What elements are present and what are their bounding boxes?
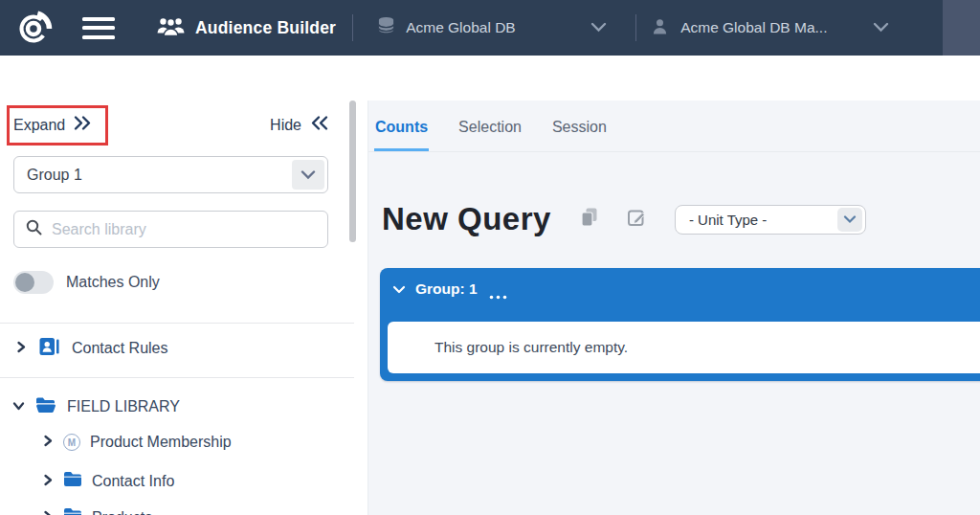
- select-chevron-button[interactable]: [292, 160, 324, 190]
- sidebar-item-field-library[interactable]: FIELD LIBRARY: [12, 396, 180, 417]
- parent-segment-selector[interactable]: Acme Global DB Ma...: [651, 17, 895, 39]
- database-selector-value: Acme Global DB: [406, 19, 516, 36]
- search-box: [13, 211, 328, 248]
- group-panel-header[interactable]: Group: 1: [380, 268, 980, 322]
- app-logo-icon[interactable]: [14, 9, 53, 47]
- database-selector[interactable]: Acme Global DB: [377, 15, 614, 40]
- tab-session[interactable]: Session: [551, 119, 608, 151]
- navbar-right-section: [943, 0, 980, 56]
- sidebar-panel-controls: Expand Hide: [0, 115, 348, 135]
- folder-icon: [63, 507, 82, 515]
- edit-icon: [627, 208, 647, 232]
- audience-people-icon: [157, 16, 185, 40]
- matches-only-row: Matches Only: [13, 271, 160, 294]
- sidebar-item-contact-info[interactable]: Contact Info: [42, 471, 174, 491]
- library-sidebar: Expand Hide Group 1 Matches Only: [0, 56, 368, 515]
- hide-button[interactable]: Hide: [270, 115, 329, 135]
- hide-label: Hide: [270, 117, 301, 134]
- menu-hamburger-icon[interactable]: [82, 17, 115, 39]
- expand-button[interactable]: Expand: [13, 115, 93, 135]
- group-select-value: Group 1: [27, 167, 292, 184]
- chevron-right-icon: [42, 434, 54, 451]
- double-chevron-right-icon: [73, 115, 93, 135]
- matches-only-label: Matches Only: [66, 274, 160, 291]
- sidebar-divider: [0, 323, 354, 324]
- search-icon: [26, 219, 42, 239]
- contact-card-icon: [39, 337, 59, 360]
- sidebar-item-contact-rules[interactable]: Contact Rules: [15, 337, 168, 360]
- sidebar-item-product-membership[interactable]: Product Membership: [42, 434, 232, 451]
- group-label: Group: 1: [415, 281, 478, 297]
- copy-query-button[interactable]: [579, 207, 599, 232]
- chevron-right-icon: [42, 509, 54, 515]
- navbar-divider: [352, 14, 353, 41]
- user-icon: [651, 17, 669, 39]
- group-panel: Group: 1 This group is currently empty.: [380, 268, 980, 381]
- app-section: Audience Builder: [157, 16, 336, 40]
- app-title: Audience Builder: [195, 18, 336, 38]
- unit-type-select[interactable]: - Unit Type -: [675, 205, 866, 235]
- search-input[interactable]: [52, 221, 327, 238]
- field-library-label: FIELD LIBRARY: [67, 398, 180, 415]
- chevron-right-icon: [42, 473, 54, 490]
- query-title: New Query: [382, 201, 551, 237]
- double-chevron-left-icon: [309, 115, 329, 135]
- group-menu-icon[interactable]: [489, 286, 507, 303]
- chevron-right-icon: [15, 340, 27, 357]
- query-heading-row: New Query - Unit Type -: [382, 201, 866, 237]
- chevron-down-icon: [392, 281, 406, 299]
- group-empty-message: This group is currently empty.: [434, 339, 628, 356]
- tree-item-label: Contact Info: [92, 473, 174, 490]
- tab-selection[interactable]: Selection: [457, 119, 523, 151]
- folder-icon: [63, 471, 82, 491]
- parent-segment-selector-value: Acme Global DB Ma...: [680, 19, 827, 36]
- copy-icon: [579, 207, 599, 232]
- top-navbar: Audience Builder Acme Global DB Acme Glo…: [0, 0, 980, 56]
- group-select[interactable]: Group 1: [13, 156, 328, 193]
- query-surface: Counts Selection Session New Query: [368, 101, 980, 515]
- navbar-divider: [635, 14, 636, 41]
- tree-item-label: Products: [92, 509, 152, 515]
- select-chevron-button[interactable]: [837, 208, 862, 232]
- matches-only-toggle[interactable]: [13, 271, 54, 294]
- toggle-knob: [15, 273, 34, 292]
- expand-label: Expand: [13, 117, 65, 134]
- chevron-down-icon: [873, 19, 889, 36]
- database-icon: [377, 15, 395, 40]
- m-circle-icon: [63, 434, 80, 451]
- chevron-down-icon: [590, 19, 607, 36]
- sidebar-item-products[interactable]: Products: [42, 507, 152, 515]
- folder-open-icon: [35, 396, 56, 417]
- contact-rules-label: Contact Rules: [72, 340, 168, 357]
- chevron-down-icon: [12, 398, 25, 415]
- tab-counts[interactable]: Counts: [374, 119, 429, 151]
- edit-query-button[interactable]: [627, 208, 647, 232]
- tree-item-label: Product Membership: [90, 434, 232, 451]
- sidebar-scrollbar[interactable]: [349, 101, 356, 242]
- main-tabbar: Counts Selection Session: [368, 101, 980, 152]
- sidebar-divider: [0, 377, 354, 378]
- main-area: Counts Selection Session New Query: [368, 56, 980, 515]
- unit-type-value: - Unit Type -: [689, 212, 837, 228]
- group-empty-card: This group is currently empty.: [388, 322, 980, 373]
